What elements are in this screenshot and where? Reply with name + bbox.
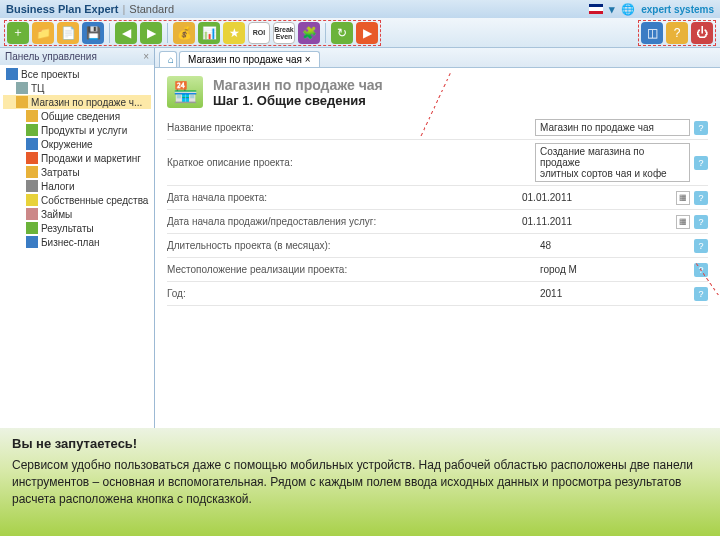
- field-value[interactable]: город М: [535, 261, 690, 278]
- separator: [167, 23, 168, 43]
- chart-button[interactable]: 📊: [198, 22, 220, 44]
- field-value[interactable]: 01.01.2011: [517, 189, 672, 206]
- tree-label: Налоги: [41, 181, 75, 192]
- tree-label: Все проекты: [21, 69, 79, 80]
- tree-item[interactable]: Окружение: [3, 137, 151, 151]
- tree-item[interactable]: Продукты и услуги: [3, 123, 151, 137]
- tree-item[interactable]: Налоги: [3, 179, 151, 193]
- tree-label: Затраты: [41, 167, 80, 178]
- tree-item[interactable]: Продажи и маркетинг: [3, 151, 151, 165]
- field-value[interactable]: Магазин по продаже чая: [535, 119, 690, 136]
- footer-title: Вы не запутаетесь!: [12, 436, 708, 451]
- globe-icon[interactable]: 🌐: [621, 3, 635, 16]
- dropdown-icon[interactable]: ▾: [609, 3, 615, 16]
- tree-label: Результаты: [41, 223, 94, 234]
- shop-icon: 🏪: [167, 76, 203, 108]
- refresh-button[interactable]: ↻: [331, 22, 353, 44]
- tree-item[interactable]: Займы: [3, 207, 151, 221]
- tree-item[interactable]: Бизнес-план: [3, 235, 151, 249]
- play-button[interactable]: ▶: [356, 22, 378, 44]
- hint-button[interactable]: ?: [694, 121, 708, 135]
- tree-icon: [26, 236, 38, 248]
- tree-label: ТЦ: [31, 83, 45, 94]
- field-value[interactable]: Создание магазина по продаже элитных сор…: [535, 143, 690, 182]
- brand-logo: expert systems: [641, 4, 714, 15]
- hint-button[interactable]: ?: [694, 239, 708, 253]
- field-row: Год:2011?: [167, 282, 708, 306]
- field-value[interactable]: 2011: [535, 285, 690, 302]
- tab-active[interactable]: Магазин по продаже чая ×: [179, 51, 320, 67]
- sidebar: Панель управления × Все проектыТЦМагазин…: [0, 48, 155, 428]
- puzzle-button[interactable]: 🧩: [298, 22, 320, 44]
- field-value[interactable]: 48: [535, 237, 690, 254]
- footer: Вы не запутаетесь! Сервисом удобно польз…: [0, 428, 720, 536]
- field-label: Дата начала проекта:: [167, 192, 517, 203]
- tree-icon: [26, 208, 38, 220]
- field-row: Название проекта:Магазин по продаже чая?: [167, 116, 708, 140]
- hint-button[interactable]: ?: [694, 287, 708, 301]
- breakeven-button[interactable]: Break Even: [273, 22, 295, 44]
- toolbar-aux: ◫?⏻: [638, 20, 716, 46]
- hint-button[interactable]: ?: [694, 191, 708, 205]
- tree-item[interactable]: Магазин по продаже ч...: [3, 95, 151, 109]
- field-row: Длительность проекта (в месяцах):48?: [167, 234, 708, 258]
- titlebar: Business Plan Expert | Standard ▾ 🌐 expe…: [0, 0, 720, 18]
- back-button[interactable]: ◀: [115, 22, 137, 44]
- field-label: Год:: [167, 288, 535, 299]
- tree-icon: [26, 124, 38, 136]
- fields: Название проекта:Магазин по продаже чая?…: [155, 116, 720, 306]
- tabs: ⌂ Магазин по продаже чая ×: [155, 48, 720, 68]
- tree-label: Общие сведения: [41, 111, 120, 122]
- tree-item[interactable]: Общие сведения: [3, 109, 151, 123]
- help-button[interactable]: ?: [666, 22, 688, 44]
- open-button[interactable]: 📁: [32, 22, 54, 44]
- tree-icon: [26, 152, 38, 164]
- tree-item[interactable]: Затраты: [3, 165, 151, 179]
- tree-label: Продукты и услуги: [41, 125, 127, 136]
- tree-label: Собственные средства: [41, 195, 148, 206]
- new-button[interactable]: ＋: [7, 22, 29, 44]
- tree-icon: [26, 166, 38, 178]
- hint-button[interactable]: ?: [694, 156, 708, 170]
- page-title: Магазин по продаже чая: [213, 77, 383, 93]
- field-label: Название проекта:: [167, 122, 535, 133]
- fwd-button[interactable]: ▶: [140, 22, 162, 44]
- tree-icon: [16, 96, 28, 108]
- tab-home[interactable]: ⌂: [159, 51, 177, 67]
- field-value[interactable]: 01.11.2011: [517, 213, 672, 230]
- field-label: Краткое описание проекта:: [167, 157, 535, 168]
- tree-item[interactable]: Все проекты: [3, 67, 151, 81]
- tree-label: Магазин по продаже ч...: [31, 97, 142, 108]
- star-button[interactable]: ★: [223, 22, 245, 44]
- hint-button[interactable]: ?: [694, 215, 708, 229]
- page-step: Шаг 1. Общие сведения: [213, 93, 383, 108]
- field-row: Дата начала проекта:01.01.2011▦?: [167, 186, 708, 210]
- tree-item[interactable]: Собственные средства: [3, 193, 151, 207]
- sidebar-header: Панель управления ×: [0, 48, 154, 65]
- content: ⌂ Магазин по продаже чая × 🏪 Магазин по …: [155, 48, 720, 428]
- recent-button[interactable]: 📄: [57, 22, 79, 44]
- tree-item[interactable]: Результаты: [3, 221, 151, 235]
- tree-icon: [26, 222, 38, 234]
- tree-label: Окружение: [41, 139, 93, 150]
- tree-icon: [26, 110, 38, 122]
- exit-button[interactable]: ⏻: [691, 22, 713, 44]
- flag-icon[interactable]: [589, 4, 603, 14]
- sep: |: [123, 3, 126, 15]
- footer-text: Сервисом удобно пользоваться даже с помо…: [12, 457, 708, 507]
- toolbar-main: ＋📁📄💾◀▶💰📊★ROIBreak Even🧩↻▶: [4, 20, 381, 46]
- sidebar-title: Панель управления: [5, 51, 97, 62]
- calendar-icon[interactable]: ▦: [676, 215, 690, 229]
- field-label: Длительность проекта (в месяцах):: [167, 240, 535, 251]
- window-button[interactable]: ◫: [641, 22, 663, 44]
- calendar-icon[interactable]: ▦: [676, 191, 690, 205]
- roi-button[interactable]: ROI: [248, 22, 270, 44]
- tree-item[interactable]: ТЦ: [3, 81, 151, 95]
- money-button[interactable]: 💰: [173, 22, 195, 44]
- tree-label: Продажи и маркетинг: [41, 153, 141, 164]
- close-icon[interactable]: ×: [143, 51, 149, 62]
- field-label: Дата начала продажи/предоставления услуг…: [167, 216, 517, 227]
- tree-label: Бизнес-план: [41, 237, 99, 248]
- save-button[interactable]: 💾: [82, 22, 104, 44]
- main: Панель управления × Все проектыТЦМагазин…: [0, 48, 720, 428]
